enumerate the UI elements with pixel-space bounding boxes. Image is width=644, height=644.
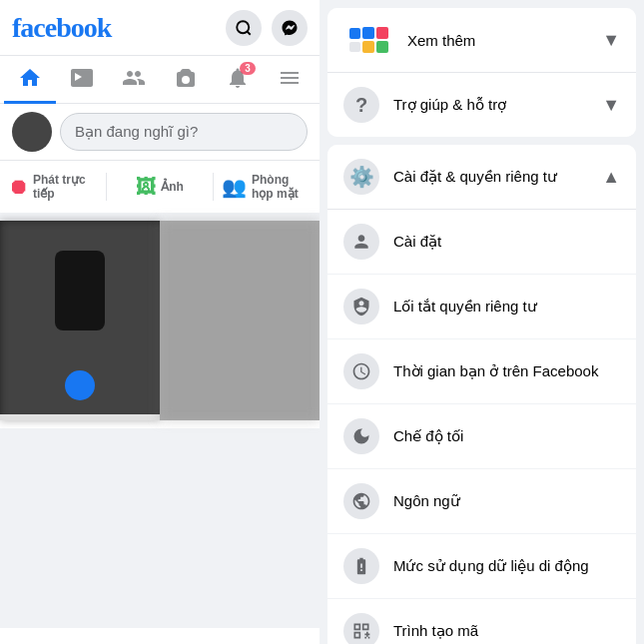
mobile-data-item[interactable]: Mức sử dụng dữ liệu di động: [327, 534, 636, 599]
help-item[interactable]: ? Trợ giúp & hỗ trợ ▼: [327, 73, 636, 137]
clock-icon: [343, 353, 379, 389]
settings-header-label: Cài đặt & quyền riêng tư: [393, 168, 588, 186]
nav-watch[interactable]: [56, 56, 108, 104]
help-icon: ?: [343, 87, 379, 123]
settings-section: ⚙️ Cài đặt & quyền riêng tư ▲ Cài đặt Lố…: [327, 145, 636, 644]
post-label-left: [0, 414, 160, 420]
nav-marketplace[interactable]: [160, 56, 212, 104]
svg-line-1: [247, 31, 250, 34]
nav-friends[interactable]: [108, 56, 160, 104]
header-icons: [226, 10, 308, 46]
help-chevron: ▼: [602, 95, 620, 116]
post-input-area: Bạn đang nghĩ gì?: [0, 104, 320, 161]
photo-action[interactable]: 🖼 Ảnh: [107, 165, 213, 209]
nav-bar: 3: [0, 56, 320, 104]
svg-point-0: [237, 21, 249, 33]
feed-area: [0, 428, 320, 628]
qr-code-label: Trình tạo mã: [393, 622, 620, 640]
messenger-icon[interactable]: [272, 10, 308, 46]
time-on-fb-label: Thời gian bạn ở trên Facebook: [393, 362, 620, 380]
user-avatar: [12, 112, 52, 152]
post-image: [0, 221, 320, 420]
settings-item[interactable]: Cài đặt: [327, 210, 636, 275]
dark-mode-item[interactable]: Chế độ tối: [327, 404, 636, 469]
blue-dot: [65, 370, 95, 400]
nav-notifications[interactable]: 3: [212, 56, 264, 104]
settings-item-icon: [343, 224, 379, 260]
language-item[interactable]: Ngôn ngữ: [327, 469, 636, 534]
help-label: Trợ giúp & hỗ trợ: [393, 96, 588, 114]
facebook-logo: facebook: [12, 12, 226, 44]
top-menu-section: Xem thêm ▼ ? Trợ giúp & hỗ trợ ▼: [327, 8, 636, 137]
notification-badge: 3: [240, 62, 256, 75]
room-action[interactable]: 👥 Phòng họp mặt: [214, 165, 320, 209]
nav-menu[interactable]: [264, 56, 316, 104]
colorful-grid-icon: [357, 22, 393, 58]
live-label: Phát trực tiếp: [33, 173, 98, 201]
see-more-label: Xem thêm: [407, 32, 588, 49]
search-icon[interactable]: [226, 10, 262, 46]
dropdown-panel: Xem thêm ▼ ? Trợ giúp & hỗ trợ ▼ ⚙️ Cài …: [320, 0, 644, 644]
photo-label: Ảnh: [161, 180, 184, 194]
dark-mode-label: Chế độ tối: [393, 427, 620, 445]
see-more-item[interactable]: Xem thêm ▼: [327, 8, 636, 73]
header: facebook: [0, 0, 320, 56]
privacy-shortcuts-label: Lối tắt quyền riêng tư: [393, 298, 620, 316]
language-label: Ngôn ngữ: [393, 492, 620, 510]
post-input[interactable]: Bạn đang nghĩ gì?: [60, 113, 308, 151]
moon-icon: [343, 418, 379, 454]
quick-actions: ⏺ Phát trực tiếp 🖼 Ảnh 👥 Phòng họp mặt: [0, 161, 320, 221]
see-more-chevron: ▼: [602, 30, 620, 51]
post-card: [0, 221, 320, 420]
privacy-icon: [343, 289, 379, 324]
globe-icon: [343, 483, 379, 519]
settings-gear-icon: ⚙️: [343, 159, 379, 195]
settings-header-chevron: ▲: [602, 167, 620, 188]
time-on-fb-item[interactable]: Thời gian bạn ở trên Facebook: [327, 339, 636, 404]
nav-home[interactable]: [4, 56, 56, 104]
privacy-shortcuts-item[interactable]: Lối tắt quyền riêng tư: [327, 275, 636, 339]
mobile-icon: [343, 548, 379, 584]
qr-code-item[interactable]: Trình tạo mã: [327, 599, 636, 644]
room-label: Phòng họp mặt: [252, 173, 312, 201]
settings-section-header[interactable]: ⚙️ Cài đặt & quyền riêng tư ▲: [327, 145, 636, 210]
qr-icon: [343, 613, 379, 644]
settings-label: Cài đặt: [393, 233, 620, 251]
mobile-data-label: Mức sử dụng dữ liệu di động: [393, 557, 620, 575]
live-action[interactable]: ⏺ Phát trực tiếp: [0, 165, 106, 209]
